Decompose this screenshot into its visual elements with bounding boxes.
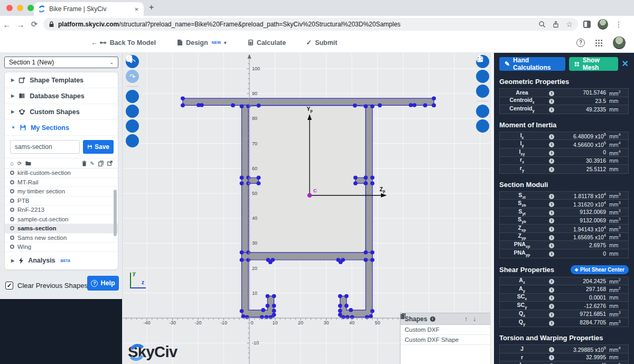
section-list-item[interactable]: sams-section [5, 224, 118, 234]
info-icon[interactable]: i [549, 210, 554, 216]
search-icon[interactable] [538, 21, 546, 28]
download-button[interactable] [476, 119, 489, 133]
info-icon[interactable]: i [549, 158, 554, 164]
dimension-button[interactable] [126, 134, 139, 147]
fillet-corner-button[interactable] [126, 119, 139, 133]
bookmark-star-icon[interactable]: ☆ [566, 20, 573, 29]
side-panel-icon[interactable] [583, 21, 591, 28]
info-icon[interactable]: i [549, 134, 554, 139]
window-maximize-button[interactable] [27, 5, 34, 11]
info-icon[interactable]: i [549, 295, 554, 301]
close-panel-icon[interactable]: ✕ [622, 60, 629, 68]
open-external-icon[interactable] [107, 161, 113, 166]
help-button[interactable]: ?Help [87, 276, 119, 291]
info-icon[interactable]: i [549, 167, 554, 172]
info-icon[interactable]: i [549, 202, 554, 207]
info-icon[interactable]: i [549, 312, 554, 318]
list-scrollbar[interactable] [114, 190, 117, 236]
info-icon[interactable]: i [549, 251, 554, 257]
info-icon[interactable]: i [549, 279, 554, 284]
refresh-icon[interactable]: ⟳ [17, 161, 22, 166]
shape-layer-item[interactable]: Custom DXF Shape [400, 335, 491, 345]
browser-profile-avatar[interactable] [598, 19, 608, 30]
forward-icon[interactable]: → [14, 20, 27, 29]
info-icon[interactable]: i [549, 243, 554, 248]
info-icon[interactable]: i [430, 316, 435, 322]
section-list-item[interactable]: MT-Rail [5, 178, 118, 188]
grid-snap-button[interactable] [126, 105, 139, 118]
browser-tab[interactable]: Bike Frame | SkyCiv × [34, 2, 144, 16]
section-canvas[interactable]: -40-30-20-100102030405010090807060504030… [123, 53, 494, 364]
redo-button[interactable]: ↷ [126, 70, 139, 83]
info-icon[interactable]: i [549, 304, 554, 309]
accordion-my-sections[interactable]: ▼ My Sections [5, 120, 118, 136]
help-question-icon[interactable]: ? [576, 39, 585, 47]
back-to-model-button[interactable]: ← ⊷ Back To Model [91, 39, 156, 46]
property-row: SCzi0.0001mm [500, 294, 628, 302]
move-up-icon[interactable]: ↑ [464, 315, 468, 323]
info-icon[interactable]: i [549, 99, 554, 104]
shape-layer-item[interactable]: Custom DXF [400, 325, 491, 335]
accordion-custom-shapes[interactable]: ▶ Custom Shapes [5, 104, 118, 120]
info-icon[interactable]: i [549, 287, 554, 293]
share-icon[interactable] [552, 21, 560, 28]
plot-shear-center-button[interactable]: ◆Plot Shear Center [571, 265, 629, 274]
property-row: Zzpi1.94143 x104mm3 [500, 225, 628, 233]
window-close-button[interactable] [6, 5, 13, 11]
tab-close-icon[interactable]: × [133, 5, 139, 13]
delete-button[interactable] [126, 90, 139, 103]
home-icon[interactable]: ⌂ [10, 160, 14, 166]
info-icon[interactable]: i [549, 107, 554, 113]
section-list-item[interactable]: my timber section [5, 187, 118, 197]
screenshot-button[interactable] [476, 105, 489, 118]
section-name-input[interactable]: sams-section [10, 140, 80, 154]
info-icon[interactable]: i [549, 218, 554, 223]
section-list-item[interactable]: Sams new section [5, 234, 118, 243]
info-icon[interactable]: i [549, 321, 554, 326]
move-down-icon[interactable]: ↓ [473, 315, 476, 323]
section-list-item[interactable]: PTB [5, 197, 118, 206]
section-list-item[interactable]: Wing [5, 242, 118, 252]
show-mesh-button[interactable]: Show Mesh [569, 57, 618, 71]
info-icon[interactable]: i [549, 227, 554, 232]
canvas-scrollbar-gutter[interactable] [490, 53, 494, 364]
accordion-database-shapes[interactable]: ▶ Database Shapes [5, 88, 118, 104]
address-bar[interactable]: platform.skyciv.com/structural?preload_n… [43, 18, 578, 31]
shapes-panel-header[interactable]: Shapes i ↑ ↓ [400, 313, 491, 325]
info-icon[interactable]: i [549, 142, 554, 147]
save-section-button[interactable]: Save [83, 140, 114, 154]
user-avatar[interactable] [613, 36, 626, 49]
info-icon[interactable]: i [549, 151, 554, 156]
property-row: ryi25.5112mm [500, 165, 628, 173]
submit-button[interactable]: ✓ Submit [306, 39, 337, 46]
info-icon[interactable]: i [549, 347, 554, 352]
accordion-shape-templates[interactable]: ▶ Shape Templates [5, 72, 118, 88]
edit-pencil-icon[interactable]: ✎ [90, 161, 95, 166]
calculate-button[interactable]: Calculate [248, 39, 286, 46]
folder-icon[interactable] [25, 161, 31, 166]
section-list-item[interactable]: RnF-2213 [5, 206, 118, 215]
info-icon[interactable]: i [549, 355, 554, 360]
new-tab-button[interactable]: + [149, 3, 154, 12]
info-icon[interactable]: i [549, 235, 554, 240]
hand-calculations-button[interactable]: ✎Hand Calculations [499, 57, 565, 71]
copy-icon[interactable] [98, 161, 104, 166]
design-menu-button[interactable]: DesignNEW ▾ [177, 39, 227, 46]
back-icon[interactable]: ← [0, 20, 14, 29]
section-list-item[interactable]: kirill-custom-section [5, 169, 118, 178]
trash-icon[interactable] [82, 161, 87, 166]
section-shape[interactable] [181, 96, 436, 319]
apps-grid-icon[interactable] [595, 40, 602, 46]
pan-button[interactable] [476, 85, 489, 98]
shapes-list: Custom DXFCustom DXF Shape [400, 325, 491, 345]
browser-menu-icon[interactable]: ⋮ [615, 20, 622, 29]
zoom-out-button[interactable] [476, 70, 489, 83]
section-list-toolbar: ⌂ ⟳ ✎ [5, 158, 118, 168]
section-list-item[interactable]: sample-cut-section [5, 215, 118, 225]
accordion-analysis[interactable]: ▶ AnalysisBETA [5, 252, 118, 269]
window-minimize-button[interactable] [17, 5, 23, 11]
reload-icon[interactable]: ⟳ [27, 20, 41, 29]
section-select[interactable]: Section 1 (New) ⌄ [4, 57, 118, 68]
info-icon[interactable]: i [549, 194, 554, 199]
info-icon[interactable]: i [549, 91, 554, 96]
